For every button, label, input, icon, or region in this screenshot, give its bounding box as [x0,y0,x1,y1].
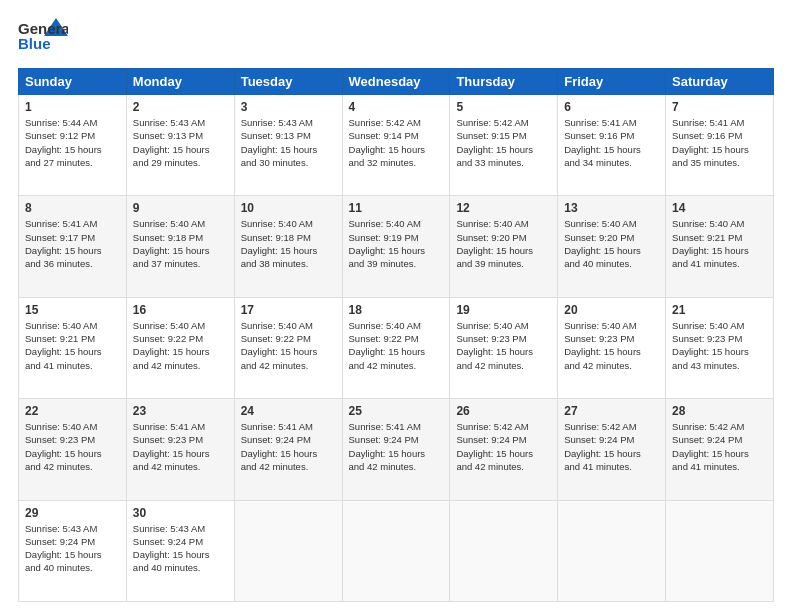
table-row: 8Sunrise: 5:41 AMSunset: 9:17 PMDaylight… [19,196,127,297]
table-row: 18Sunrise: 5:40 AMSunset: 9:22 PMDayligh… [342,297,450,398]
table-row: 9Sunrise: 5:40 AMSunset: 9:18 PMDaylight… [126,196,234,297]
day-info: Sunrise: 5:40 AMSunset: 9:22 PMDaylight:… [241,319,336,372]
day-number: 28 [672,404,767,418]
table-row: 25Sunrise: 5:41 AMSunset: 9:24 PMDayligh… [342,399,450,500]
logo: GeneralBlue [18,18,68,58]
table-row: 21Sunrise: 5:40 AMSunset: 9:23 PMDayligh… [666,297,774,398]
day-number: 20 [564,303,659,317]
day-number: 24 [241,404,336,418]
day-info: Sunrise: 5:40 AMSunset: 9:21 PMDaylight:… [25,319,120,372]
day-number: 12 [456,201,551,215]
table-row: 6Sunrise: 5:41 AMSunset: 9:16 PMDaylight… [558,95,666,196]
day-info: Sunrise: 5:43 AMSunset: 9:24 PMDaylight:… [133,522,228,575]
weekday-header-tuesday: Tuesday [234,69,342,95]
day-number: 4 [349,100,444,114]
header: GeneralBlue [18,18,774,58]
table-row: 11Sunrise: 5:40 AMSunset: 9:19 PMDayligh… [342,196,450,297]
table-row: 3Sunrise: 5:43 AMSunset: 9:13 PMDaylight… [234,95,342,196]
table-row: 26Sunrise: 5:42 AMSunset: 9:24 PMDayligh… [450,399,558,500]
table-row [450,500,558,601]
table-row: 19Sunrise: 5:40 AMSunset: 9:23 PMDayligh… [450,297,558,398]
table-row: 17Sunrise: 5:40 AMSunset: 9:22 PMDayligh… [234,297,342,398]
day-number: 29 [25,506,120,520]
day-number: 23 [133,404,228,418]
table-row [558,500,666,601]
weekday-header-wednesday: Wednesday [342,69,450,95]
day-info: Sunrise: 5:43 AMSunset: 9:13 PMDaylight:… [241,116,336,169]
day-info: Sunrise: 5:42 AMSunset: 9:24 PMDaylight:… [456,420,551,473]
table-row: 24Sunrise: 5:41 AMSunset: 9:24 PMDayligh… [234,399,342,500]
weekday-header-sunday: Sunday [19,69,127,95]
day-number: 22 [25,404,120,418]
table-row: 1Sunrise: 5:44 AMSunset: 9:12 PMDaylight… [19,95,127,196]
day-info: Sunrise: 5:42 AMSunset: 9:14 PMDaylight:… [349,116,444,169]
day-number: 2 [133,100,228,114]
table-row: 22Sunrise: 5:40 AMSunset: 9:23 PMDayligh… [19,399,127,500]
table-row [342,500,450,601]
page: GeneralBlue SundayMondayTuesdayWednesday… [0,0,792,612]
day-info: Sunrise: 5:41 AMSunset: 9:24 PMDaylight:… [349,420,444,473]
day-number: 18 [349,303,444,317]
svg-text:Blue: Blue [18,35,51,52]
day-info: Sunrise: 5:40 AMSunset: 9:23 PMDaylight:… [25,420,120,473]
day-number: 9 [133,201,228,215]
day-info: Sunrise: 5:40 AMSunset: 9:22 PMDaylight:… [349,319,444,372]
table-row: 5Sunrise: 5:42 AMSunset: 9:15 PMDaylight… [450,95,558,196]
day-info: Sunrise: 5:40 AMSunset: 9:18 PMDaylight:… [241,217,336,270]
table-row [666,500,774,601]
day-number: 8 [25,201,120,215]
day-info: Sunrise: 5:41 AMSunset: 9:23 PMDaylight:… [133,420,228,473]
table-row: 16Sunrise: 5:40 AMSunset: 9:22 PMDayligh… [126,297,234,398]
day-info: Sunrise: 5:40 AMSunset: 9:20 PMDaylight:… [456,217,551,270]
day-number: 17 [241,303,336,317]
day-number: 15 [25,303,120,317]
day-number: 26 [456,404,551,418]
table-row: 4Sunrise: 5:42 AMSunset: 9:14 PMDaylight… [342,95,450,196]
weekday-header-friday: Friday [558,69,666,95]
day-number: 10 [241,201,336,215]
day-info: Sunrise: 5:40 AMSunset: 9:22 PMDaylight:… [133,319,228,372]
table-row: 29Sunrise: 5:43 AMSunset: 9:24 PMDayligh… [19,500,127,601]
weekday-header-saturday: Saturday [666,69,774,95]
day-number: 14 [672,201,767,215]
table-row: 28Sunrise: 5:42 AMSunset: 9:24 PMDayligh… [666,399,774,500]
table-row: 12Sunrise: 5:40 AMSunset: 9:20 PMDayligh… [450,196,558,297]
day-number: 19 [456,303,551,317]
day-info: Sunrise: 5:42 AMSunset: 9:24 PMDaylight:… [564,420,659,473]
day-info: Sunrise: 5:40 AMSunset: 9:21 PMDaylight:… [672,217,767,270]
day-number: 21 [672,303,767,317]
day-info: Sunrise: 5:41 AMSunset: 9:16 PMDaylight:… [672,116,767,169]
day-info: Sunrise: 5:43 AMSunset: 9:13 PMDaylight:… [133,116,228,169]
day-info: Sunrise: 5:40 AMSunset: 9:23 PMDaylight:… [672,319,767,372]
table-row: 23Sunrise: 5:41 AMSunset: 9:23 PMDayligh… [126,399,234,500]
day-info: Sunrise: 5:43 AMSunset: 9:24 PMDaylight:… [25,522,120,575]
table-row: 14Sunrise: 5:40 AMSunset: 9:21 PMDayligh… [666,196,774,297]
day-info: Sunrise: 5:40 AMSunset: 9:23 PMDaylight:… [456,319,551,372]
day-info: Sunrise: 5:42 AMSunset: 9:24 PMDaylight:… [672,420,767,473]
day-info: Sunrise: 5:44 AMSunset: 9:12 PMDaylight:… [25,116,120,169]
day-info: Sunrise: 5:40 AMSunset: 9:23 PMDaylight:… [564,319,659,372]
weekday-header-monday: Monday [126,69,234,95]
day-number: 3 [241,100,336,114]
day-number: 13 [564,201,659,215]
day-number: 7 [672,100,767,114]
table-row: 15Sunrise: 5:40 AMSunset: 9:21 PMDayligh… [19,297,127,398]
table-row [234,500,342,601]
table-row: 10Sunrise: 5:40 AMSunset: 9:18 PMDayligh… [234,196,342,297]
day-number: 30 [133,506,228,520]
table-row: 2Sunrise: 5:43 AMSunset: 9:13 PMDaylight… [126,95,234,196]
day-info: Sunrise: 5:40 AMSunset: 9:20 PMDaylight:… [564,217,659,270]
day-number: 16 [133,303,228,317]
day-number: 11 [349,201,444,215]
day-info: Sunrise: 5:40 AMSunset: 9:18 PMDaylight:… [133,217,228,270]
day-number: 1 [25,100,120,114]
day-number: 27 [564,404,659,418]
day-info: Sunrise: 5:41 AMSunset: 9:16 PMDaylight:… [564,116,659,169]
day-number: 5 [456,100,551,114]
day-info: Sunrise: 5:42 AMSunset: 9:15 PMDaylight:… [456,116,551,169]
table-row: 13Sunrise: 5:40 AMSunset: 9:20 PMDayligh… [558,196,666,297]
day-info: Sunrise: 5:41 AMSunset: 9:17 PMDaylight:… [25,217,120,270]
day-info: Sunrise: 5:41 AMSunset: 9:24 PMDaylight:… [241,420,336,473]
table-row: 30Sunrise: 5:43 AMSunset: 9:24 PMDayligh… [126,500,234,601]
weekday-header-thursday: Thursday [450,69,558,95]
